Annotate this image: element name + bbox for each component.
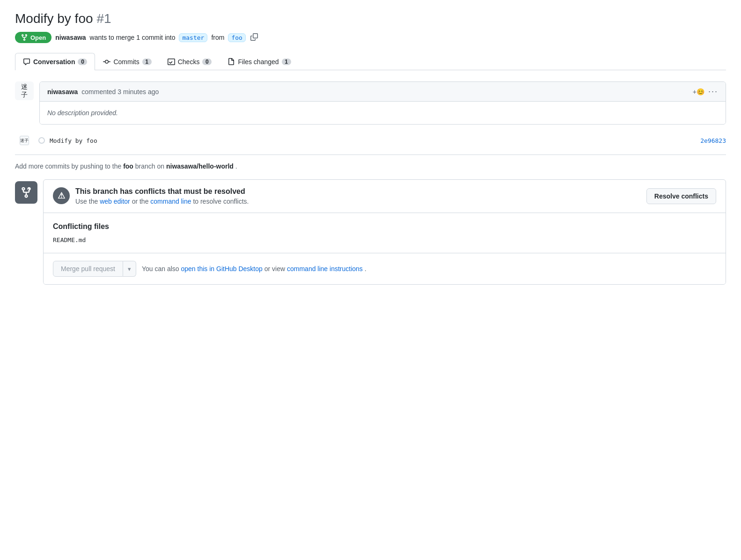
conflicting-file-item: README.md — [53, 236, 716, 243]
status-badge-open: Open — [15, 32, 51, 43]
pr-title: Modify by foo #1 — [15, 11, 726, 26]
tab-checks-label: Checks — [178, 58, 200, 66]
commit-mini-avatar: 迷子 — [20, 136, 29, 145]
status-badge-label: Open — [30, 34, 46, 41]
tab-conversation-count: 0 — [78, 59, 87, 65]
info-branch: foo — [123, 162, 133, 170]
copy-icon — [250, 33, 258, 41]
pr-status-bar: Open niwasawa wants to merge 1 commit in… — [15, 32, 726, 43]
merge-author: niwasawa — [55, 34, 86, 41]
comment-header: niwasawa commented 3 minutes ago +😊 ··· — [40, 82, 726, 102]
action-middle: or view — [264, 265, 285, 273]
info-repo: niwasawa/hello-world — [166, 162, 234, 170]
tab-files-changed-label: Files changed — [238, 58, 279, 66]
merge-dropdown-button[interactable]: ▾ — [123, 261, 136, 277]
comment-body-text: No description provided. — [47, 109, 118, 117]
commit-sha-link[interactable]: 2e96823 — [700, 137, 726, 144]
resolve-conflicts-button[interactable]: Resolve conflicts — [646, 188, 716, 204]
comment-thread: 迷子 niwasawa commented 3 minutes ago +😊 ·… — [15, 81, 726, 125]
comment-time: commented 3 minutes ago — [81, 88, 159, 96]
conflicting-files-section: Conflicting files README.md — [44, 213, 726, 253]
conflict-description: This branch has conflicts that must be r… — [75, 187, 249, 205]
merge-conflict-box: ⚠ This branch has conflicts that must be… — [43, 179, 726, 285]
conflict-title: This branch has conflicts that must be r… — [75, 187, 249, 196]
tab-commits-count: 1 — [142, 59, 152, 65]
avatar: 迷子 — [15, 81, 34, 100]
conversation-icon — [23, 58, 30, 66]
conflicting-files-title: Conflicting files — [53, 222, 716, 231]
tab-checks-count: 0 — [202, 59, 212, 65]
action-suffix: . — [365, 265, 367, 273]
commit-avatar-area: 迷子 — [15, 136, 34, 145]
github-desktop-link[interactable]: open this in GitHub Desktop — [181, 265, 263, 273]
git-merge-large-icon — [20, 186, 32, 199]
comment-actions: +😊 ··· — [693, 87, 718, 96]
pr-title-text: Modify by foo — [15, 11, 93, 26]
commit-entry: 迷子 Modify by foo 2e96823 — [15, 136, 726, 145]
copy-branch-button[interactable] — [249, 33, 259, 42]
tab-commits[interactable]: Commits 1 — [95, 53, 159, 70]
warning-icon: ⚠ — [53, 187, 70, 204]
conflict-subtitle-prefix: Use the — [75, 198, 98, 205]
pr-tabs: Conversation 0 Commits 1 Checks 0 Files … — [15, 52, 726, 70]
merge-action-bar: Merge pull request ▾ You can also open t… — [44, 253, 726, 284]
conflict-header: ⚠ This branch has conflicts that must be… — [44, 180, 726, 213]
commit-message: Modify by foo — [50, 137, 97, 144]
tab-commits-label: Commits — [113, 58, 139, 66]
conflict-subtitle-suffix: to resolve conflicts. — [193, 198, 249, 205]
merge-pull-request-button[interactable]: Merge pull request — [53, 261, 123, 277]
avatar-kanji: 迷子 — [21, 83, 28, 99]
merge-btn-group: Merge pull request ▾ — [53, 261, 136, 277]
tab-conversation[interactable]: Conversation 0 — [15, 53, 95, 70]
target-branch-tag: master — [179, 33, 207, 42]
tab-files-changed-count: 1 — [282, 59, 291, 65]
comment-meta: niwasawa commented 3 minutes ago — [47, 88, 159, 96]
command-line-link[interactable]: command line — [150, 198, 191, 205]
conflict-subtitle-middle: or the — [132, 198, 149, 205]
comment-author: niwasawa — [47, 88, 78, 96]
conflict-header-left: ⚠ This branch has conflicts that must be… — [53, 187, 249, 205]
web-editor-link[interactable]: web editor — [100, 198, 130, 205]
tab-checks[interactable]: Checks 0 — [160, 53, 220, 70]
merge-info-text: wants to merge 1 commit into — [90, 34, 176, 41]
merge-section: ⚠ This branch has conflicts that must be… — [15, 179, 726, 285]
merge-icon-box — [15, 181, 37, 204]
conflict-subtitle: Use the web editor or the command line t… — [75, 198, 249, 205]
main-content: 迷子 niwasawa commented 3 minutes ago +😊 ·… — [15, 81, 726, 285]
merge-dropdown-icon: ▾ — [128, 265, 131, 273]
emoji-reaction-button[interactable]: +😊 — [693, 88, 704, 96]
pr-title-number: #1 — [97, 11, 111, 26]
merge-action-text: You can also open this in GitHub Desktop… — [142, 265, 367, 273]
info-prefix: Add more commits by pushing to the — [15, 162, 121, 170]
commit-dot — [38, 137, 45, 144]
cli-instructions-link[interactable]: command line instructions — [287, 265, 363, 273]
files-changed-icon — [227, 58, 235, 66]
action-prefix: You can also — [142, 265, 179, 273]
comment-box: niwasawa commented 3 minutes ago +😊 ··· … — [39, 81, 726, 125]
source-branch-tag: foo — [228, 33, 245, 42]
info-middle: branch on — [135, 162, 164, 170]
git-merge-icon — [21, 34, 28, 41]
source-branch-label: from — [211, 34, 224, 41]
commits-icon — [103, 58, 110, 66]
divider — [15, 155, 726, 155]
tab-files-changed[interactable]: Files changed 1 — [220, 53, 299, 70]
checks-icon — [168, 58, 175, 66]
info-suffix: . — [235, 162, 237, 170]
comment-body: No description provided. — [40, 102, 726, 124]
info-text: Add more commits by pushing to the foo b… — [15, 162, 726, 170]
tab-conversation-label: Conversation — [33, 58, 75, 66]
comment-more-button[interactable]: ··· — [708, 87, 718, 96]
